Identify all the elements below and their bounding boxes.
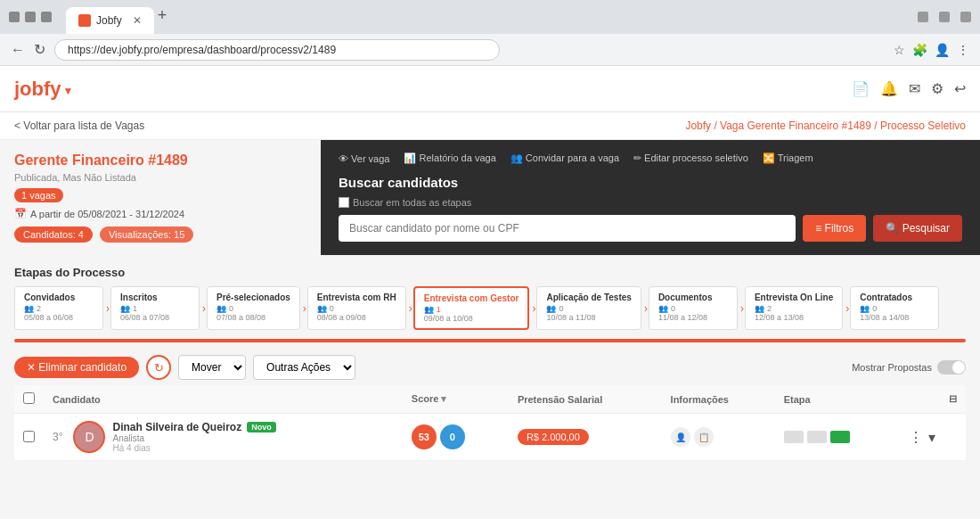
tab-favicon (78, 14, 91, 27)
account-icon[interactable]: 👤 (935, 43, 950, 57)
date-range: 📅 A partir de 05/08/2021 - 31/12/2024 (14, 208, 306, 219)
toggle-knob (952, 361, 965, 374)
back-to-list-link[interactable]: < Voltar para lista de Vagas (14, 119, 144, 132)
date-range-text: A partir de 05/08/2021 - 31/12/2024 (30, 209, 184, 219)
close-button[interactable] (960, 12, 971, 22)
search-panel: 👁 Ver vaga 📊 Relatório da vaga 👥 Convida… (321, 140, 980, 255)
candidate-info: 3° D Dinah Silveira de Queiroz Novo Anal… (53, 421, 394, 453)
breadcrumb-bar: < Voltar para lista de Vagas Jobfy / Vag… (0, 112, 980, 140)
minimize-button[interactable] (918, 12, 928, 22)
search-button[interactable]: 🔍 Pesquisar (873, 215, 962, 242)
row-expand-button[interactable]: ▾ (928, 429, 935, 446)
etapa-name: Inscritos (120, 292, 190, 302)
etapa-date: 11/08 a 12/08 (658, 313, 728, 322)
etapa-meta: 👥0 (860, 304, 929, 313)
refresh-button[interactable]: ↻ (146, 355, 171, 380)
arrow-icon: › (739, 286, 745, 330)
browser-icon-1 (9, 12, 20, 22)
etapa-meta: 👥0 (216, 304, 290, 313)
th-checkbox (14, 385, 44, 414)
info-icons: 👤 📋 (671, 427, 766, 447)
browser-icon-2 (25, 12, 36, 22)
etapa-documentos[interactable]: Documentos 👥0 11/08 a 12/08 (649, 286, 738, 330)
menu-icon[interactable]: ⋮ (957, 43, 969, 57)
etapa-icon-3 (830, 431, 850, 443)
search-candidate-input[interactable] (339, 215, 796, 242)
candidate-name[interactable]: Dinah Silveira de Queiroz (112, 421, 241, 433)
filter-icon[interactable]: ⊟ (949, 393, 957, 405)
th-score[interactable]: Score ▾ (403, 385, 509, 414)
etapa-meta: 👥2 (24, 304, 94, 313)
window-controls (918, 12, 971, 22)
nav-convidar[interactable]: 👥 Convidar para a vaga (510, 152, 619, 164)
etapa-pre-selecionados[interactable]: Pré-selecionados 👥0 07/08 a 08/08 (207, 286, 300, 330)
salary-badge: R$ 2.000,00 (518, 429, 589, 445)
filter-button[interactable]: ≡ Filtros (803, 215, 866, 242)
etapa-inscritos[interactable]: Inscritos 👥1 06/08 a 07/08 (110, 286, 200, 330)
job-status: Publicada, Mas Não Listada (14, 172, 306, 183)
nav-relatorio[interactable]: 📊 Relatório da vaga (404, 152, 495, 164)
forward-button[interactable]: ↻ (34, 41, 45, 58)
row-actions: ⋮ ▾ (909, 429, 957, 446)
browser-chrome: Jobfy ✕ + (0, 0, 980, 34)
move-select[interactable]: Mover (178, 355, 246, 380)
table-row: 3° D Dinah Silveira de Queiroz Novo Anal… (14, 414, 966, 461)
arrow-icon: › (408, 286, 413, 330)
doc-icon[interactable]: 📄 (852, 80, 870, 97)
score-secondary: 0 (440, 424, 465, 449)
candidates-badge[interactable]: Candidatos: 4 (14, 227, 93, 243)
table-body: 3° D Dinah Silveira de Queiroz Novo Anal… (14, 414, 966, 461)
logout-icon[interactable]: ↩ (954, 80, 966, 97)
tab-title: Jobfy (96, 14, 122, 27)
new-tab-button[interactable]: + (158, 6, 167, 25)
etapa-name: Documentos (658, 292, 728, 302)
etapa-date: 10/08 a 11/08 (546, 313, 631, 322)
etapa-gestor[interactable]: Entrevista com Gestor 👥1 09/08 a 10/08 (413, 286, 530, 330)
nav-triagem[interactable]: 🔀 Triagem (763, 152, 813, 164)
vacancy-badge: 1 vagas (14, 188, 63, 202)
app-logo[interactable]: jobfy ▼ (14, 78, 73, 101)
back-button[interactable]: ← (11, 42, 25, 58)
etapa-convidados[interactable]: Convidados 👥2 05/08 a 06/08 (14, 286, 103, 330)
views-badge[interactable]: Visualizações: 15 (100, 227, 193, 243)
other-actions-select[interactable]: Outras Ações (253, 355, 355, 380)
job-info: Gerente Financeiro #1489 Publicada, Mas … (0, 140, 321, 255)
address-bar: ← ↻ ☆ 🧩 👤 ⋮ (0, 34, 980, 66)
candidates-table: Candidato Score ▾ Pretensão Salarial Inf… (14, 385, 966, 461)
info-icon-person[interactable]: 👤 (671, 427, 690, 447)
address-input[interactable] (54, 39, 500, 61)
nav-editar[interactable]: ✏ Editar processo seletivo (633, 152, 748, 164)
row-info-cell: 👤 📋 (662, 414, 775, 461)
candidates-table-section: Candidato Score ▾ Pretensão Salarial Inf… (0, 385, 980, 461)
row-checkbox[interactable] (23, 431, 35, 442)
etapa-name: Pré-selecionados (216, 292, 290, 302)
etapa-meta: 👥2 (755, 304, 833, 313)
tab-close-button[interactable]: ✕ (133, 14, 142, 27)
search-title: Buscar candidatos (339, 175, 962, 190)
select-all-checkbox[interactable] (23, 392, 35, 404)
checkbox-all-stages[interactable] (339, 197, 349, 208)
browser-action-icons: ☆ 🧩 👤 ⋮ (894, 43, 969, 57)
maximize-button[interactable] (939, 12, 950, 22)
mail-icon[interactable]: ✉ (909, 80, 920, 97)
settings-icon[interactable]: ⚙ (931, 80, 943, 97)
active-tab[interactable]: Jobfy ✕ (66, 7, 154, 34)
etapa-rh[interactable]: Entrevista com RH 👥0 08/08 a 09/08 (307, 286, 406, 330)
nav-ver-vaga[interactable]: 👁 Ver vaga (339, 152, 389, 164)
etapa-name: Aplicação de Testes (546, 292, 631, 302)
extension-icon[interactable]: 🧩 (912, 43, 927, 57)
etapa-name: Entrevista com RH (317, 292, 396, 302)
row-menu-button[interactable]: ⋮ (909, 429, 923, 446)
delete-candidate-button[interactable]: ✕ Eliminar candidato (14, 357, 139, 378)
info-icon-doc[interactable]: 📋 (694, 427, 714, 447)
notification-icon[interactable]: 🔔 (880, 80, 898, 97)
etapa-status-icons (784, 431, 891, 443)
etapa-testes[interactable]: Aplicação de Testes 👥0 10/08 a 11/08 (536, 286, 641, 330)
etapa-name: Contratados (860, 292, 929, 302)
sort-icon: ▾ (441, 393, 446, 404)
bookmark-icon[interactable]: ☆ (894, 43, 905, 57)
etapa-contratados[interactable]: Contratados 👥0 13/08 a 14/08 (850, 286, 939, 330)
etapa-online[interactable]: Entrevista On Line 👥2 12/08 a 13/08 (745, 286, 843, 330)
etapa-meta: 👥1 (424, 305, 519, 314)
show-proposals-toggle[interactable] (937, 360, 966, 375)
